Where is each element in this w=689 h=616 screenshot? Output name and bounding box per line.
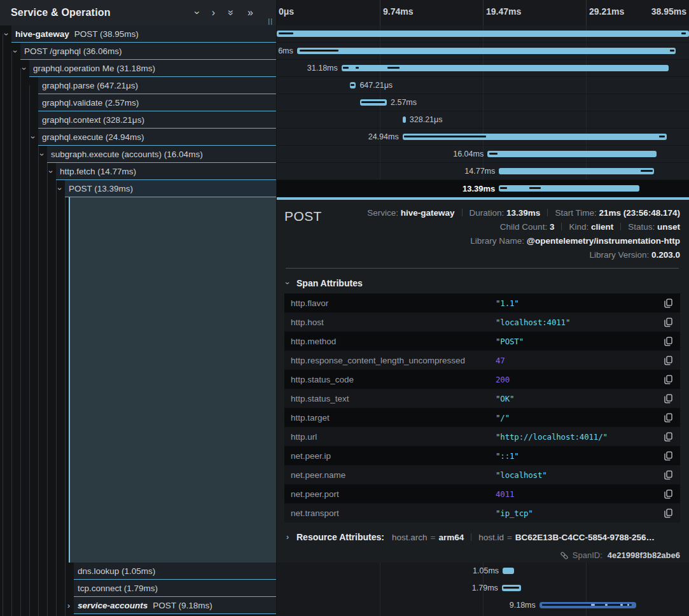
divider <box>471 533 471 541</box>
span-row[interactable]: graphql.validate (2.57ms) <box>0 94 276 111</box>
timeline-row[interactable]: 24.94ms <box>277 129 689 146</box>
attribute-key: net.transport <box>284 508 496 518</box>
overview-label: Kind: <box>569 222 591 232</box>
timeline-row[interactable] <box>277 25 689 43</box>
span-operation-label: dns.lookup (1.05ms) <box>78 566 155 576</box>
span-bar[interactable] <box>487 151 657 157</box>
copy-icon[interactable] <box>650 318 680 327</box>
overview-value: hive-gateway <box>401 208 455 218</box>
chevron-down-icon[interactable]: › <box>56 184 64 194</box>
span-tree: ›hive-gatewayPOST (38.95ms)›POST /graphq… <box>0 25 276 197</box>
span-row[interactable]: tcp.connect (1.79ms) <box>0 580 276 597</box>
timeline-tick-label: 9.74ms <box>383 6 413 17</box>
span-row[interactable]: graphql.parse (647.21μs) <box>0 77 276 94</box>
span-bar[interactable] <box>297 48 676 54</box>
copy-icon[interactable] <box>650 470 680 480</box>
span-row[interactable]: graphql.context (328.21μs) <box>0 111 276 129</box>
left-panel-header: Service & Operation › › » » || <box>0 0 276 25</box>
copy-icon[interactable] <box>650 432 680 442</box>
span-row[interactable]: ›hive-gatewayPOST (38.95ms) <box>0 25 276 43</box>
chevron-down-icon[interactable]: › <box>47 167 55 177</box>
copy-icon[interactable] <box>650 375 680 384</box>
timeline-row[interactable]: 1.05ms <box>277 563 689 580</box>
span-row[interactable]: dns.lookup (1.05ms) <box>0 563 276 580</box>
resource-attribute-key: host.arch <box>392 533 428 542</box>
span-row[interactable]: ›graphql.execute (24.94ms) <box>0 129 276 146</box>
span-operation-label: POST (38.95ms) <box>74 29 139 39</box>
span-operation-label: POST (9.18ms) <box>153 601 212 610</box>
overview-value: 13.39ms <box>506 208 540 218</box>
resource-attributes-title[interactable]: Resource Attributes: <box>296 532 384 542</box>
chevron-right-icon[interactable]: › <box>65 601 73 611</box>
span-detail-header: POST Service: hive-gatewayDuration: 13.3… <box>284 206 680 262</box>
attribute-value: 4011 <box>496 489 514 499</box>
span-row-content: tcp.connect (1.79ms) <box>74 580 276 597</box>
span-bar[interactable] <box>499 185 639 192</box>
timeline-row[interactable]: 31.18ms <box>277 60 689 77</box>
span-bar[interactable] <box>499 168 654 174</box>
chevron-down-icon[interactable]: › <box>11 46 19 57</box>
child-span-marker <box>300 50 339 52</box>
timeline-row[interactable]: 328.21μs <box>277 111 689 129</box>
copy-icon[interactable] <box>650 356 680 365</box>
copy-icon[interactable] <box>650 413 680 423</box>
copy-icon[interactable] <box>650 337 680 346</box>
timeline-row[interactable]: 14.77ms <box>277 163 689 180</box>
span-row[interactable]: ›POST /graphql (36.06ms) <box>0 43 276 60</box>
chevron-down-icon[interactable]: › <box>38 150 46 160</box>
child-span-marker <box>279 32 293 34</box>
timeline-row[interactable]: 9.18ms <box>277 597 689 614</box>
span-row[interactable]: ›subgraph.execute (accounts) (16.04ms) <box>0 146 276 163</box>
equals-sign: = <box>507 533 512 542</box>
child-span-marker <box>627 604 629 606</box>
child-span-marker <box>356 67 359 69</box>
copy-icon[interactable] <box>650 298 680 308</box>
child-span-marker <box>591 604 595 606</box>
span-overview-line: Library Name: @opentelemetry/instrumenta… <box>367 234 680 248</box>
span-id-row: SpanID: 4e21998f3b82abe6 <box>284 550 680 560</box>
double-chevron-down-icon[interactable]: » <box>228 8 234 18</box>
span-operation-label: subgraph.execute (accounts) (16.04ms) <box>51 150 203 159</box>
span-duration-label: 9.18ms <box>510 597 536 614</box>
span-row[interactable]: ›graphql.operation Me (31.18ms) <box>0 60 276 77</box>
chevron-down-icon[interactable]: › <box>195 8 198 18</box>
child-span-marker <box>343 67 349 69</box>
ruler-gridline <box>483 0 484 25</box>
timeline-row[interactable]: 13.39ms <box>277 180 689 197</box>
child-span-marker <box>529 187 541 189</box>
attribute-row: http.flavor"1.1" <box>284 293 680 312</box>
span-operation-label: graphql.execute (24.94ms) <box>42 132 144 142</box>
resource-attribute-value: BC62E13B-C4CC-5854-9788-256… <box>515 533 655 542</box>
attribute-row: net.peer.port4011 <box>284 484 680 503</box>
chevron-down-icon[interactable]: › <box>20 64 28 74</box>
copy-icon[interactable] <box>650 508 680 518</box>
chevron-right-icon[interactable]: › <box>212 8 215 18</box>
span-bar[interactable] <box>503 568 513 574</box>
copy-icon[interactable] <box>650 451 680 461</box>
span-row[interactable]: ›http.fetch (14.77ms) <box>0 163 276 180</box>
span-bar[interactable] <box>403 116 406 123</box>
timeline-row[interactable]: 16.04ms <box>277 146 689 163</box>
indent-guide <box>56 171 57 616</box>
timeline-row[interactable]: 647.21μs <box>277 77 689 94</box>
attribute-key: net.peer.port <box>284 489 496 499</box>
double-chevron-right-icon[interactable]: » <box>247 8 253 18</box>
timeline-tick-label: 29.21ms <box>589 6 624 17</box>
chevron-down-icon[interactable]: › <box>29 132 37 143</box>
attribute-key: http.host <box>284 318 496 327</box>
timeline-row[interactable]: 1.79ms <box>277 580 689 597</box>
span-row-content: graphql.execute (24.94ms) <box>38 129 276 146</box>
span-row[interactable]: ›service-accountsPOST (9.18ms) <box>0 597 276 614</box>
column-resize-handle[interactable]: || <box>268 17 273 25</box>
copy-icon[interactable] <box>650 394 680 403</box>
span-row[interactable]: ›POST (13.39ms) <box>0 180 276 197</box>
span-attributes-header[interactable]: › Span Attributes <box>284 278 680 288</box>
copy-icon[interactable] <box>650 489 680 499</box>
overview-value: 3 <box>550 222 555 232</box>
timeline-row[interactable]: 2.57ms <box>277 94 689 111</box>
divider <box>462 209 463 216</box>
timeline-row[interactable]: 6ms <box>277 43 689 60</box>
attribute-key: http.response_content_length_uncompresse… <box>284 356 496 365</box>
span-bar[interactable] <box>277 31 689 37</box>
chevron-down-icon[interactable]: › <box>3 29 10 39</box>
